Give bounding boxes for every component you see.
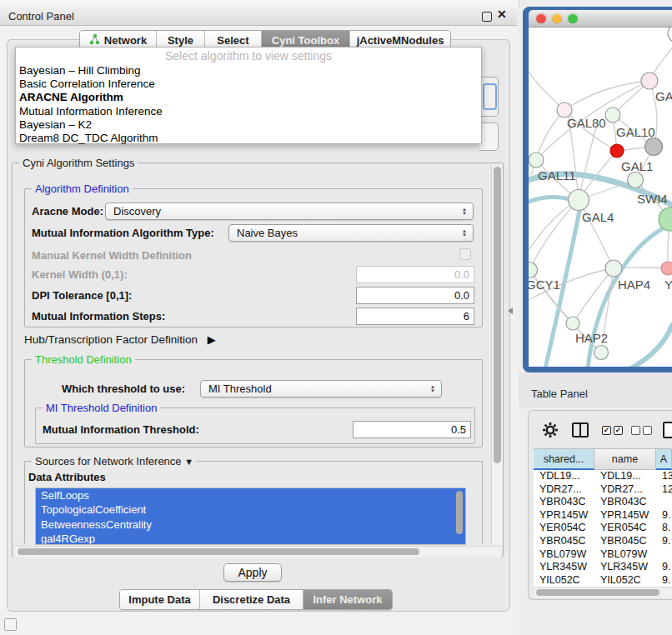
data-attributes-list[interactable]: SelfLoopsTopologicalCoefficientBetweenne… <box>35 488 466 545</box>
minimized-panel-icon[interactable] <box>4 618 17 631</box>
network-node-hap4[interactable] <box>605 260 622 277</box>
settings-horizontal-scrollbar[interactable] <box>14 546 501 557</box>
table-cell[interactable]: YBR045C <box>594 535 656 548</box>
network-node-y[interactable] <box>661 262 672 275</box>
table-cell[interactable] <box>656 496 672 509</box>
document-icon[interactable] <box>663 422 672 438</box>
table-cell[interactable]: YBL079W <box>594 548 656 562</box>
network-node-swi4[interactable] <box>628 172 644 188</box>
table-cell[interactable]: YIL052C <box>534 574 594 588</box>
collapsed-arrow-icon[interactable]: ▶ <box>208 333 216 346</box>
network-node-gal11[interactable] <box>529 152 544 168</box>
mi-type-combobox[interactable]: Naive Bayes ▲▼ <box>228 224 474 242</box>
table-cell[interactable]: 9. <box>656 509 672 522</box>
table-row[interactable]: YDR27...YDR27...12 <box>534 483 672 497</box>
zoom-traffic-light[interactable] <box>568 13 578 23</box>
table-cell[interactable] <box>656 548 672 562</box>
split-columns-icon[interactable] <box>572 422 589 438</box>
column-header-shared...[interactable]: shared... <box>534 448 594 470</box>
bottom-tab-impute-data[interactable]: Impute Data <box>120 590 200 609</box>
column-header-name[interactable]: name <box>594 448 656 470</box>
table-row[interactable]: YLR345WYLR345W9. <box>534 561 672 574</box>
table-cell[interactable]: 13 <box>656 470 672 483</box>
algorithm-option[interactable]: ARACNE Algorithm <box>16 91 481 104</box>
data-attribute-item[interactable]: TopologicalCoefficient <box>36 502 465 517</box>
settings-hscroll-thumb[interactable] <box>18 548 419 555</box>
network-node-gal4[interactable] <box>569 190 589 211</box>
algorithm-option[interactable]: Mutual Information Inference <box>16 105 481 118</box>
table-row[interactable]: YER054CYER054C8. <box>534 522 672 535</box>
minimize-traffic-light[interactable] <box>552 13 562 23</box>
network-edge[interactable] <box>536 110 564 160</box>
network-edge[interactable] <box>564 81 649 110</box>
table-cell[interactable]: YER054C <box>534 522 594 535</box>
table-cell[interactable]: 9. <box>656 561 672 574</box>
network-node[interactable] <box>668 28 672 42</box>
table-cell[interactable]: YPR145W <box>594 509 656 522</box>
bottom-tab-discretize-data[interactable]: Discretize Data <box>200 590 303 609</box>
gear-icon[interactable] <box>542 422 559 442</box>
splitter-collapse-arrow-icon[interactable] <box>508 308 513 314</box>
mi-steps-field[interactable]: 6 <box>356 308 474 325</box>
network-window-titlebar[interactable] <box>529 10 672 28</box>
table-cell[interactable]: YDR27... <box>534 483 594 497</box>
table-cell[interactable]: YBR043C <box>594 496 656 509</box>
table-row[interactable]: YDL19...YDL19...13 <box>534 470 672 483</box>
table-hscroll-thumb[interactable] <box>536 589 659 596</box>
network-canvas[interactable]: GALGAL80GAL10GAL1GAL11SWI4GAL4GCY1HAP4YH… <box>529 28 672 367</box>
table-cell[interactable]: YDR27... <box>594 483 656 497</box>
network-node-hap2[interactable] <box>566 317 579 330</box>
algorithm-option[interactable]: Bayesian – K2 <box>16 118 481 132</box>
expanded-arrow-icon[interactable]: ▼ <box>184 457 193 467</box>
network-node-gcy1[interactable] <box>529 262 538 278</box>
table-cell[interactable]: 9. <box>656 535 672 548</box>
show-columns-icon[interactable]: ✓✓ <box>602 426 623 435</box>
data-attribute-item[interactable]: BetweennessCentrality <box>36 518 465 532</box>
aracne-mode-combobox[interactable]: Discovery ▲▼ <box>105 202 474 220</box>
network-node[interactable] <box>594 346 609 360</box>
network-edge[interactable] <box>579 125 597 200</box>
table-cell[interactable]: YDL19... <box>534 470 594 483</box>
hide-columns-icon[interactable] <box>631 426 652 435</box>
table-cell[interactable]: 9. <box>656 574 672 588</box>
network-node-gal[interactable] <box>641 72 658 89</box>
algorithm-option[interactable]: Dream8 DC_TDC Algorithm <box>16 132 481 145</box>
algorithm-option[interactable]: Bayesian – Hill Climbing <box>16 64 481 78</box>
kernel-width-field[interactable]: 0.0 <box>356 266 474 283</box>
network-node-gal1[interactable] <box>610 144 624 158</box>
mi-threshold-field[interactable]: 0.5 <box>353 421 471 438</box>
table-cell[interactable]: 8. <box>656 522 672 535</box>
table-panel-titlebar[interactable]: Table Panel <box>519 372 672 408</box>
data-attribute-item[interactable]: SelfLoops <box>36 488 465 502</box>
control-panel-titlebar[interactable]: Control Panel <box>0 7 517 26</box>
data-attribute-item[interactable]: gal4RGexp <box>36 532 465 545</box>
table-row[interactable]: YIL052CYIL052C9. <box>534 574 672 588</box>
which-threshold-combobox[interactable]: MI Threshold ▲▼ <box>200 380 442 398</box>
column-header-A[interactable]: A <box>656 448 672 470</box>
algorithm-option[interactable]: Basic Correlation Inference <box>16 78 481 91</box>
table-cell[interactable]: YIL052C <box>594 574 656 588</box>
table-horizontal-scrollbar[interactable] <box>534 587 672 598</box>
network-edge-thick[interactable] <box>619 325 672 367</box>
float-window-icon[interactable] <box>482 12 492 22</box>
table-cell[interactable]: YBR045C <box>534 535 594 548</box>
network-edge-thick[interactable] <box>529 198 574 202</box>
table-cell[interactable]: YBR043C <box>534 496 594 509</box>
table-cell[interactable]: YER054C <box>594 522 656 535</box>
settings-vertical-scrollbar[interactable] <box>491 165 503 545</box>
manual-kernel-checkbox[interactable] <box>459 248 471 260</box>
table-cell[interactable]: YDL19... <box>594 470 656 483</box>
table-cell[interactable]: YBL079W <box>534 548 594 562</box>
apply-button[interactable]: Apply <box>223 563 282 582</box>
table-row[interactable]: YPR145WYPR145W9. <box>534 509 672 522</box>
settings-vscroll-thumb[interactable] <box>494 167 501 463</box>
close-icon[interactable]: ✕ <box>497 8 507 21</box>
table-cell[interactable]: YLR345W <box>534 561 594 574</box>
hub-section-toggle[interactable]: Hub/Transcription Factor Definition ▶ <box>24 333 216 346</box>
list-vscroll-thumb[interactable] <box>456 491 463 534</box>
table-cell[interactable]: 12 <box>656 483 672 497</box>
network-node-gal10[interactable] <box>605 108 620 122</box>
table-row[interactable]: YBR045CYBR045C9. <box>534 535 672 548</box>
bottom-tab-infer-network[interactable]: Infer Network <box>303 590 392 609</box>
table-row[interactable]: YBL079WYBL079W <box>534 548 672 562</box>
